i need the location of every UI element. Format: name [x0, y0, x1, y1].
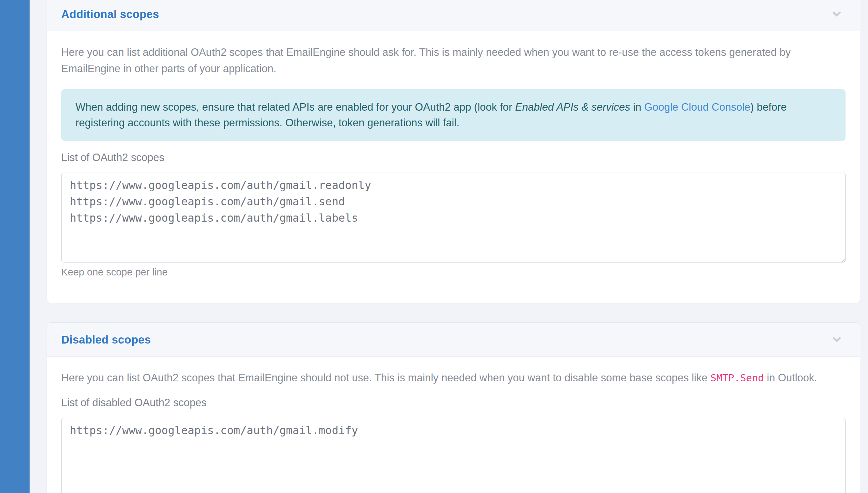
disabled-description-end: in Outlook. [764, 372, 817, 384]
scopes-help-text: Keep one scope per line [61, 265, 846, 279]
additional-scopes-card-body: Here you can list additional OAuth2 scop… [47, 31, 860, 279]
disabled-scopes-card: Disabled scopes Here you can list OAuth2… [47, 322, 860, 493]
scopes-info-alert: When adding new scopes, ensure that rela… [61, 89, 846, 141]
alert-text-middle: in [630, 101, 644, 113]
disabled-scopes-description: Here you can list OAuth2 scopes that Ema… [61, 357, 846, 386]
disabled-scopes-title: Disabled scopes [61, 333, 151, 346]
additional-scopes-title: Additional scopes [61, 8, 159, 21]
disabled-oauth2-scopes-textarea[interactable] [61, 418, 846, 493]
additional-scopes-card-header[interactable]: Additional scopes [47, 0, 860, 31]
alert-emphasis-text: Enabled APIs & services [515, 101, 630, 113]
oauth2-scopes-label: List of OAuth2 scopes [61, 150, 846, 165]
disabled-description-start: Here you can list OAuth2 scopes that Ema… [61, 372, 711, 384]
additional-scopes-description: Here you can list additional OAuth2 scop… [61, 31, 846, 77]
additional-scopes-card: Additional scopes Here you can list addi… [47, 0, 860, 303]
app-sidebar [0, 0, 30, 493]
chevron-down-icon[interactable] [833, 337, 841, 342]
alert-text-start: When adding new scopes, ensure that rela… [76, 101, 515, 113]
smtp-send-code-token: SMTP.Send [711, 372, 764, 384]
disabled-scopes-card-body: Here you can list OAuth2 scopes that Ema… [47, 357, 860, 493]
disabled-scopes-card-header[interactable]: Disabled scopes [47, 323, 860, 357]
chevron-down-icon[interactable] [833, 12, 841, 17]
disabled-oauth2-scopes-label: List of disabled OAuth2 scopes [61, 396, 846, 410]
google-cloud-console-link[interactable]: Google Cloud Console [644, 101, 750, 113]
oauth2-scopes-textarea[interactable] [61, 173, 846, 263]
